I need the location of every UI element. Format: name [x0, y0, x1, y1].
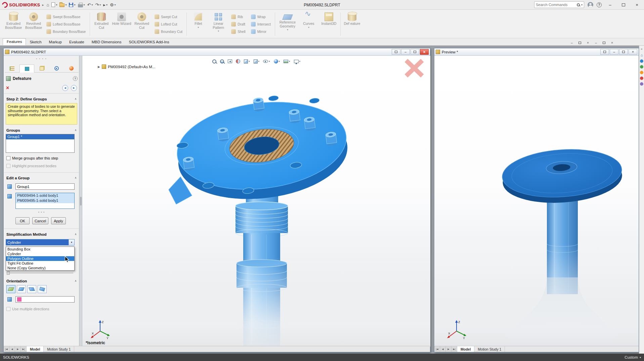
- print-button[interactable]: ▾: [78, 1, 85, 8]
- save-button[interactable]: ▾: [69, 1, 75, 8]
- orientation-current-button[interactable]: [6, 285, 15, 293]
- reference-geometry-button[interactable]: Reference Geometry ▾: [276, 10, 299, 38]
- direction-reference-field[interactable]: [15, 296, 75, 303]
- highlight-bodies-checkbox[interactable]: Highlight processed bodies: [6, 164, 56, 168]
- model-tab[interactable]: Model: [457, 346, 474, 352]
- section-view-button[interactable]: [236, 59, 240, 63]
- sw-resources-icon[interactable]: ⌂: [641, 53, 643, 57]
- panel-splitter[interactable]: [79, 56, 82, 347]
- panel-help-icon[interactable]: ?: [73, 76, 78, 81]
- motion-study-tab[interactable]: Motion Study 1: [474, 346, 505, 352]
- restore-button[interactable]: [618, 1, 629, 8]
- tab-evaluate[interactable]: Evaluate: [66, 39, 88, 45]
- part-disc[interactable]: [159, 88, 352, 210]
- prev-tab-button[interactable]: ◀: [9, 346, 15, 352]
- apply-button[interactable]: Apply: [51, 217, 66, 224]
- minimize-button[interactable]: –: [605, 1, 615, 8]
- edit-appearance-button[interactable]: ▾: [274, 59, 280, 63]
- configurationmanager-tab[interactable]: [34, 64, 49, 73]
- tab-sketch[interactable]: Sketch: [26, 39, 45, 45]
- display-style-button[interactable]: ▾: [253, 59, 259, 63]
- simplification-option[interactable]: Tight Fit Outline: [6, 261, 74, 266]
- tab-features[interactable]: Features: [3, 38, 26, 45]
- menu-expander-icon[interactable]: ▸: [42, 3, 44, 7]
- model-tab[interactable]: Model: [27, 346, 44, 352]
- first-tab-button[interactable]: |◀: [4, 346, 9, 352]
- preview-close-watermark-icon[interactable]: [402, 57, 426, 79]
- curves-button[interactable]: Curves ▾: [299, 10, 319, 38]
- design-library-icon[interactable]: [640, 59, 643, 63]
- previous-view-button[interactable]: ◀: [228, 59, 232, 63]
- simplification-slider[interactable]: [7, 271, 73, 275]
- edit-group-section-header[interactable]: Edit a Group ∧: [4, 175, 79, 181]
- next-tab-button[interactable]: ▶: [15, 346, 21, 352]
- simplification-option[interactable]: Cylinder: [6, 252, 74, 256]
- wrap-button[interactable]: Wrap: [251, 14, 271, 20]
- open-button[interactable]: ▾: [59, 1, 67, 8]
- first-tab-button[interactable]: |◀: [434, 346, 440, 352]
- propertymanager-tab[interactable]: [19, 64, 34, 73]
- apply-scene-button[interactable]: ▾: [284, 60, 290, 63]
- model-window-close-button[interactable]: ×: [420, 49, 429, 55]
- preview-window-menu-button[interactable]: [600, 49, 609, 55]
- view-settings-button[interactable]: ▾: [294, 60, 301, 63]
- collapse-taskpane-icon[interactable]: «: [641, 47, 642, 51]
- model-window-menu-button[interactable]: [392, 49, 400, 55]
- prev-tab-button[interactable]: ◀: [440, 346, 446, 352]
- lofted-cut-button[interactable]: Lofted Cut: [155, 21, 182, 28]
- orientation-top-button[interactable]: [27, 285, 36, 293]
- model-window-titlebar[interactable]: PM009492.SLDPRT – ×: [4, 48, 430, 56]
- model-viewport[interactable]: ▶ PM009492 (Default<As M... ◀ ▾ ▾ ▾ ▾ ▾ …: [82, 56, 430, 347]
- hide-show-items-button[interactable]: ▾: [263, 60, 270, 63]
- doc2-close-button[interactable]: ×: [608, 40, 616, 45]
- extruded-boss-base-button[interactable]: Extruded Boss/Base: [3, 10, 24, 38]
- revolved-cut-button[interactable]: Revolved Cut: [132, 10, 152, 38]
- tree-expander-icon[interactable]: ▶: [98, 65, 100, 69]
- custom-properties-icon[interactable]: [640, 77, 643, 80]
- instant3d-button[interactable]: Instant3D: [319, 10, 339, 38]
- extruded-cut-button[interactable]: Extruded Cut: [91, 10, 112, 38]
- simplification-option-highlighted[interactable]: Polygon Outline: [6, 256, 74, 261]
- simplification-method-combobox[interactable]: Cylinder ▾: [6, 239, 75, 245]
- group-name-input[interactable]: [15, 183, 75, 190]
- preview-viewport[interactable]: Z X Y: [435, 56, 639, 347]
- view-orientation-button[interactable]: ▾: [244, 59, 250, 63]
- fillet-button[interactable]: Fillet ▾: [188, 10, 208, 38]
- cancel-button[interactable]: Cancel: [32, 217, 48, 224]
- mirror-button[interactable]: Mirror: [251, 29, 271, 35]
- merge-groups-checkbox[interactable]: Merge groups after this step: [6, 156, 58, 160]
- lofted-boss-base-button[interactable]: Lofted Boss/Base: [46, 21, 86, 28]
- panel-cancel-icon[interactable]: ×: [6, 85, 9, 91]
- displaymanager-tab[interactable]: [64, 64, 79, 73]
- doc-minimize-button[interactable]: –: [568, 40, 575, 45]
- next-tab-button[interactable]: ▶: [446, 346, 452, 352]
- model-window-minimize-button[interactable]: –: [401, 49, 410, 55]
- doc2-restore-button[interactable]: [600, 40, 608, 45]
- simplification-section-header[interactable]: Simplification Method ∧: [4, 231, 79, 237]
- boundary-cut-button[interactable]: Boundary Cut: [155, 29, 182, 35]
- simplification-option[interactable]: Bounding Box: [6, 247, 74, 252]
- next-step-button[interactable]: ▶: [71, 85, 77, 91]
- doc-restore-button[interactable]: [576, 40, 584, 45]
- hole-wizard-button[interactable]: Hole Wizard: [112, 10, 132, 38]
- home-button[interactable]: ⌂: [47, 1, 49, 8]
- dimxpertmanager-tab[interactable]: [49, 64, 64, 73]
- preview-window-minimize-button[interactable]: –: [610, 49, 618, 55]
- redo-button[interactable]: ↷▾: [95, 1, 101, 8]
- linear-pattern-button[interactable]: Linear Pattern ▾: [208, 10, 228, 38]
- ok-button[interactable]: OK: [15, 217, 30, 224]
- tab-solidworks-add-ins[interactable]: SOLIDWORKS Add-Ins: [125, 39, 173, 45]
- tab-mbd-dimensions[interactable]: MBD Dimensions: [88, 39, 125, 45]
- swept-cut-button[interactable]: Swept Cut: [155, 14, 182, 20]
- preview-window-close-button[interactable]: ×: [629, 49, 637, 55]
- shell-button[interactable]: Shell: [231, 29, 245, 35]
- custom-caret-icon[interactable]: ▾: [640, 356, 641, 359]
- undo-button[interactable]: ↶▾: [87, 1, 93, 8]
- doc-close-button[interactable]: ×: [584, 40, 592, 45]
- close-button[interactable]: ×: [632, 1, 642, 8]
- orientation-section-header[interactable]: Orientation ∧: [4, 278, 79, 284]
- options-button[interactable]: ⚙▾: [110, 1, 116, 8]
- new-document-button[interactable]: ▾: [51, 1, 57, 8]
- custom-views-label[interactable]: Custom: [625, 355, 638, 359]
- body-list-item[interactable]: PM009495-1-solid body1: [16, 198, 74, 203]
